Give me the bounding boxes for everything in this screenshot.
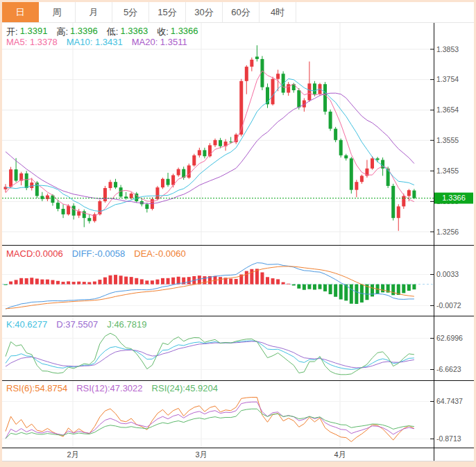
chart-canvas: 1.38531.37541.36541.35551.34551.33551.32… [0,0,476,467]
macd-value: MACD:0.0006 [6,248,63,259]
svg-text:0.0033: 0.0033 [436,270,459,278]
tab-30min[interactable]: 30分 [186,2,223,22]
svg-text:3月: 3月 [195,450,207,459]
axis-labels: 1.38531.37541.36541.35551.34551.33551.32… [436,45,463,443]
tab-4hour[interactable]: 4时 [260,2,296,22]
ma-readout: MA5: 1.3378 MA10: 1.3431 MA20: 1.3511 [6,37,187,47]
period-tab-bar: 日 周 月 5分 15分 30分 60分 4时 [2,2,474,23]
svg-text:64.7437: 64.7437 [436,397,463,405]
rsi-readout: RSI(6):54.8754 RSI(12):47.3022 RSI(24):4… [6,383,218,393]
svg-text:1.3455: 1.3455 [436,167,459,175]
svg-text:1.3256: 1.3256 [436,228,459,236]
svg-text:4月: 4月 [334,450,346,459]
ma5-value: MA5: 1.3378 [6,37,58,47]
svg-text:1.3654: 1.3654 [436,105,459,114]
svg-text:1.3555: 1.3555 [436,136,459,144]
tab-60min[interactable]: 60分 [223,2,260,22]
macd-readout: MACD:0.0006 DIFF:-0.0058 DEA:-0.0060 [6,248,186,259]
tab-week[interactable]: 周 [39,2,76,22]
dea-value: DEA:-0.0060 [134,248,185,259]
price-badge-text: 1.3366 [442,194,466,202]
tab-15min[interactable]: 15分 [149,2,186,22]
kdj-layer [6,333,414,375]
k-value: K:40.6277 [6,319,47,330]
tab-month[interactable]: 月 [76,2,112,22]
ma10-value: MA10: 1.3431 [67,37,123,47]
rsi6-value: RSI(6):54.8754 [6,383,67,393]
diff-value: DIFF:-0.0058 [72,248,126,259]
tab-day[interactable]: 日 [2,2,39,22]
d-value: D:37.5507 [56,319,98,330]
time-axis: 2月3月4月 [67,450,346,459]
svg-text:-0.8713: -0.8713 [436,434,461,443]
ma20-value: MA20: 1.3511 [132,37,187,47]
svg-text:62.6996: 62.6996 [436,334,463,342]
candles-layer [4,45,416,230]
rsi24-value: RSI(24):45.9204 [152,383,218,393]
svg-text:1.3853: 1.3853 [436,45,459,53]
svg-text:-6.6623: -6.6623 [436,365,461,373]
kdj-readout: K:40.6277 D:37.5507 J:46.7819 [6,319,146,330]
j-value: J:46.7819 [107,319,146,330]
svg-text:-0.0072: -0.0072 [436,301,461,309]
trading-chart-app: 1.38531.37541.36541.35551.34551.33551.32… [0,0,476,467]
svg-text:2月: 2月 [67,450,78,459]
macd-layer [4,263,416,309]
tab-5min[interactable]: 5分 [112,2,149,22]
svg-text:1.3754: 1.3754 [436,75,459,83]
rsi12-value: RSI(12):47.3022 [76,383,142,393]
rsi-layer [6,398,414,442]
